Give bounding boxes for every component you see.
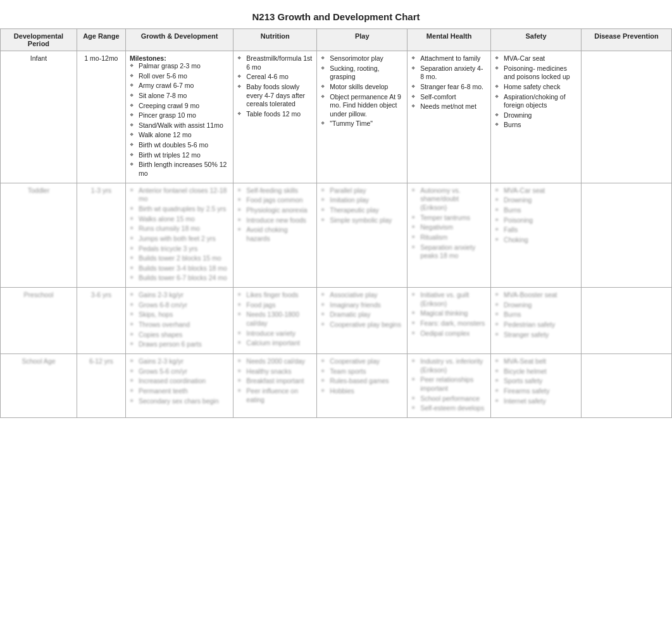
cell-safety: MVA-Car seatPoisoning- medicines and poi… <box>491 51 582 183</box>
cell-dev-period: School Age <box>1 353 77 417</box>
header-safety: Safety <box>491 29 582 51</box>
cell-growth: Gains 2-3 kg/yrGrows 6-8 cm/yrSkips, hop… <box>125 288 233 354</box>
cell-play: Associative playImaginary friendsDramati… <box>317 288 408 354</box>
cell-safety: MVA-Seat beltBicycle helmetSports safety… <box>491 353 582 417</box>
cell-nutrition: Breastmilk/formula 1st 6 moCereal 4-6 mo… <box>233 51 317 183</box>
cell-growth: Gains 2-3 kg/yrGrows 5-6 cm/yrIncreased … <box>125 353 233 417</box>
cell-dev-period: Toddler <box>1 183 77 287</box>
cell-mental-health: Industry vs. inferiority (Erikson)Peer r… <box>408 353 491 417</box>
cell-safety: MVA-Car seatDrowningBurnsPoisoningFallsC… <box>491 183 582 287</box>
cell-growth: Anterior fontanel closes 12-18 moBirth w… <box>125 183 233 287</box>
cell-age-range: 6-12 yrs <box>77 353 125 417</box>
table-header-row: Developmental Period Age Range Growth & … <box>1 29 672 51</box>
header-play: Play <box>317 29 408 51</box>
header-disease: Disease Prevention <box>582 29 672 51</box>
cell-dev-period: Infant <box>1 51 77 183</box>
cell-dev-period: Preschool <box>1 288 77 354</box>
growth-development-table: Developmental Period Age Range Growth & … <box>0 28 672 418</box>
cell-mental-health: Initiative vs. guilt (Erikson)Magical th… <box>408 288 491 354</box>
header-age-range: Age Range <box>77 29 125 51</box>
header-dev-period: Developmental Period <box>1 29 77 51</box>
table-row: School Age6-12 yrsGains 2-3 kg/yrGrows 5… <box>1 353 672 417</box>
cell-age-range: 3-6 yrs <box>77 288 125 354</box>
page-title: N213 Growth and Development Chart <box>0 0 672 28</box>
cell-age-range: 1-3 yrs <box>77 183 125 287</box>
cell-nutrition: Likes finger foodsFood jagsNeeds 1300-18… <box>233 288 317 354</box>
header-nutrition: Nutrition <box>233 29 317 51</box>
cell-mental-health: Attachment to familySeparation anxiety 4… <box>408 51 491 183</box>
cell-mental-health: Autonomy vs. shame/doubt (Erikson)Temper… <box>408 183 491 287</box>
cell-disease-prevention <box>582 288 672 354</box>
header-mental: Mental Health <box>408 29 491 51</box>
cell-play: Cooperative playTeam sportsRules-based g… <box>317 353 408 417</box>
cell-disease-prevention <box>582 51 672 183</box>
header-growth: Growth & Development <box>125 29 233 51</box>
cell-play: Sensorimotor playSucking, rooting, grasp… <box>317 51 408 183</box>
cell-disease-prevention <box>582 183 672 287</box>
table-row: Infant1 mo-12moMilestones:Palmar grasp 2… <box>1 51 672 183</box>
cell-nutrition: Self-feeding skillsFood jags commonPhysi… <box>233 183 317 287</box>
cell-play: Parallel playImitation playTherapeutic p… <box>317 183 408 287</box>
cell-disease-prevention <box>582 353 672 417</box>
cell-age-range: 1 mo-12mo <box>77 51 125 183</box>
cell-safety: MVA-Booster seatDrowningBurnsPedestrian … <box>491 288 582 354</box>
cell-nutrition: Needs 2000 cal/dayHealthy snacksBreakfas… <box>233 353 317 417</box>
cell-growth: Milestones:Palmar grasp 2-3 moRoll over … <box>125 51 233 183</box>
table-row: Toddler1-3 yrsAnterior fontanel closes 1… <box>1 183 672 287</box>
table-row: Preschool3-6 yrsGains 2-3 kg/yrGrows 6-8… <box>1 288 672 354</box>
